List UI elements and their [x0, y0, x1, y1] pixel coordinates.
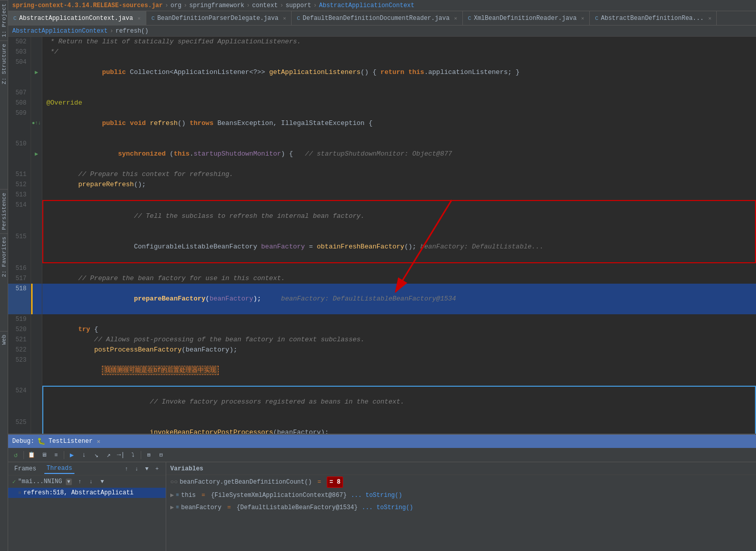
frame-label: refresh:518, AbstractApplicati: [23, 489, 134, 496]
thread-item-main[interactable]: ✓ "mai...NNING ▼ ↑ ↓ ▼: [8, 475, 166, 488]
frame-filter-btn[interactable]: ▼: [142, 464, 151, 473]
server-button[interactable]: 🖥: [38, 449, 49, 461]
breadcrumb-method[interactable]: refresh(): [115, 28, 148, 35]
force-step-button[interactable]: ⤵: [127, 449, 139, 461]
line-502: 502 * Return the list of statically spec…: [8, 37, 756, 47]
line-521: 521 // Allows post-processing of the bea…: [8, 335, 756, 345]
path-org: org: [170, 2, 181, 9]
path-class: AbstractApplicationContext: [319, 2, 414, 9]
path-support: support: [285, 2, 311, 9]
line-511: 511 // Prepare this context for refreshi…: [8, 169, 756, 180]
frame-item-refresh[interactable]: ≡ refresh:518, AbstractApplicati: [8, 488, 166, 498]
var-expand-2[interactable]: ▶: [170, 491, 174, 500]
breadcrumb-class[interactable]: AbstractApplicationContext: [12, 28, 108, 35]
line-517: 517 // Prepare the bean factory for use …: [8, 273, 756, 284]
var-expand-1[interactable]: ○○: [170, 478, 177, 487]
thread-down[interactable]: ↓: [87, 477, 96, 486]
tab-abstract-bean-def[interactable]: C AbstractBeanDefinitionRea... ✕: [590, 11, 717, 25]
debug-header: Debug: 🐛 TestListener ✕: [8, 435, 756, 448]
vertical-sidebar: 1: Project Z: Structure Persistence 2: F…: [0, 0, 8, 551]
path-springframework: springframework: [189, 2, 244, 9]
var-bf-link[interactable]: ... toString(): [362, 503, 413, 512]
line-504: 504 ▶ public Collection<ApplicationListe…: [8, 57, 756, 88]
debug-close[interactable]: ✕: [97, 438, 100, 445]
frames-panel: Frames Threads ↑ ↓ ▼ + ✓ "mai...NNING: [8, 462, 166, 551]
console-button[interactable]: 📋: [26, 449, 37, 461]
java-class-icon-3: C: [297, 15, 300, 21]
line-516: 516: [8, 263, 756, 273]
jar-name: spring-context-4.3.14.RELEASE-sources.ja…: [12, 2, 163, 9]
line-523: 523 我猜测很可能是在bf的后置处理器中实现: [8, 355, 756, 386]
step-out-button[interactable]: ↗: [103, 449, 114, 461]
tab-label-4: XmlBeanDefinitionReader.java: [474, 15, 577, 22]
tab-close-1[interactable]: ✕: [138, 15, 141, 21]
frames-header: Frames Threads ↑ ↓ ▼ +: [8, 462, 166, 475]
java-class-icon-4: C: [468, 15, 472, 21]
structure-label[interactable]: Z: Structure: [0, 40, 8, 87]
tab-label-5: AbstractBeanDefinitionRea...: [601, 15, 704, 22]
line-509: 509 ●↑↓ public void refresh() throws Bea…: [8, 108, 756, 139]
favorites-label[interactable]: 2: Favorites: [0, 233, 8, 280]
frame-up-btn[interactable]: ↑: [122, 464, 131, 473]
frame-down-btn[interactable]: ↓: [132, 464, 141, 473]
tab-close-4[interactable]: ✕: [581, 15, 584, 21]
variables-panel: Variables ○○ beanFactory.getBeanDefiniti…: [166, 462, 756, 551]
tab-close-5[interactable]: ✕: [708, 15, 711, 21]
thread-dropdown[interactable]: ▼: [66, 479, 72, 485]
line-518: 518 prepareBeanFactory(beanFactory); bea…: [8, 284, 756, 314]
var-expand-3[interactable]: ▶: [170, 503, 174, 512]
tab-xml-bean-def[interactable]: C XmlBeanDefinitionReader.java ✕: [463, 11, 590, 25]
persistence-label[interactable]: Persistence: [0, 189, 8, 233]
frame-indent-icon: ≡: [18, 490, 21, 496]
tab-abstract-app-context[interactable]: C AbstractApplicationContext.java ✕: [8, 11, 146, 25]
debug-file-icon: 🐛: [37, 437, 45, 445]
java-class-icon-2: C: [151, 15, 155, 21]
tab-label-1: AbstractApplicationContext.java: [19, 15, 133, 22]
var-bean-count: ○○ beanFactory.getBeanDefinitionCount() …: [166, 475, 756, 489]
line-508: 508 @Override: [8, 98, 756, 108]
run-to-cursor-button[interactable]: →|: [115, 449, 126, 461]
debug-panel: Debug: 🐛 TestListener ✕ ↺ 📋 🖥 ≡ ▶ ↓ ↘ ↗ …: [8, 434, 756, 551]
variables-header: Variables: [166, 463, 756, 475]
tab-close-3[interactable]: ✕: [454, 15, 457, 21]
file-path-bar: spring-context-4.3.14.RELEASE-sources.ja…: [8, 0, 756, 11]
line-519: 519: [8, 314, 756, 324]
tab-frames[interactable]: Frames: [12, 464, 38, 473]
frame-add-btn[interactable]: +: [152, 464, 162, 473]
line-525: 525 invokeBeanFactoryPostProcessors(bean…: [8, 417, 756, 434]
web-label[interactable]: Web: [0, 331, 8, 348]
var-this-link[interactable]: ... toString(): [351, 491, 402, 500]
var-this-icon: ≡: [176, 491, 179, 500]
var-this: ▶ ≡ this = {FileSystemXmlApplicationCont…: [166, 489, 756, 502]
line-515: 515 ConfigurableListableBeanFactory bean…: [8, 232, 756, 263]
path-context: context: [252, 2, 278, 9]
line-522: 522 postProcessBeanFactory(beanFactory);: [8, 345, 756, 355]
frames-button[interactable]: ⊟: [155, 449, 167, 461]
project-label[interactable]: 1: Project: [0, 0, 8, 40]
step-into-button[interactable]: ↘: [91, 449, 102, 461]
line-513: 513: [8, 190, 756, 200]
evaluate-button[interactable]: ⊞: [143, 449, 154, 461]
tab-threads[interactable]: Threads: [44, 464, 74, 474]
thread-up[interactable]: ↑: [75, 477, 85, 486]
restart-button[interactable]: ↺: [10, 449, 21, 461]
tab-default-bean-def[interactable]: C DefaultBeanDefinitionDocumentReader.ja…: [292, 11, 463, 25]
code-editor: 502 * Return the list of statically spec…: [8, 37, 756, 434]
debug-filename: TestListener: [48, 438, 92, 445]
line-514: 514 // Tell the subclass to refresh the …: [8, 200, 756, 232]
line-507: 507: [8, 88, 756, 98]
step-over-button[interactable]: ↓: [79, 449, 90, 461]
line-512: 512 prepareRefresh();: [8, 180, 756, 190]
line-503: 503 */: [8, 47, 756, 57]
line-520: 520 try {: [8, 324, 756, 335]
tab-bean-def-parser[interactable]: C BeanDefinitionParserDelegate.java ✕: [146, 11, 292, 25]
debug-toolbar: ↺ 📋 🖥 ≡ ▶ ↓ ↘ ↗ →| ⤵ ⊞ ⊟: [8, 448, 756, 462]
java-class-icon: C: [13, 15, 17, 21]
thread-filter[interactable]: ▼: [98, 477, 107, 486]
layout-button[interactable]: ≡: [50, 449, 62, 461]
var-beanfactory: ▶ ≡ beanFactory = {DefaultListableBeanFa…: [166, 502, 756, 514]
java-class-icon-5: C: [595, 15, 598, 21]
tab-close-2[interactable]: ✕: [283, 15, 286, 21]
resume-button[interactable]: ▶: [66, 449, 77, 461]
code-scroll[interactable]: 502 * Return the list of statically spec…: [8, 37, 756, 434]
